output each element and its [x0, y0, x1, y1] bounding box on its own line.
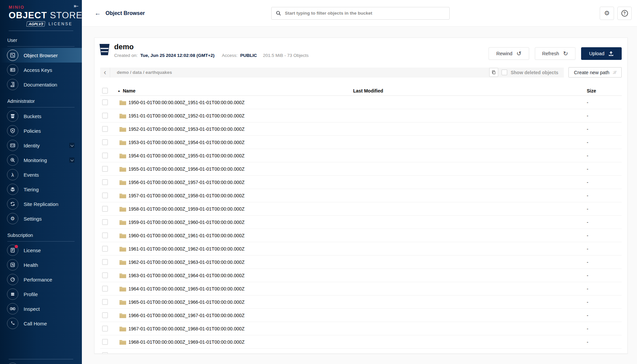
help-button[interactable]: ?: [617, 7, 632, 20]
table-row[interactable]: 1966-01-01T00:00:00.000Z_1967-01-01T00:0…: [100, 309, 622, 322]
policies-icon: [7, 125, 18, 136]
row-checkbox[interactable]: [102, 273, 108, 278]
row-checkbox[interactable]: [102, 286, 108, 291]
row-checkbox[interactable]: [102, 139, 108, 145]
row-checkbox[interactable]: [102, 219, 108, 225]
sidebar-item-site-replication[interactable]: Site Replication: [0, 197, 82, 211]
row-checkbox[interactable]: [102, 179, 108, 185]
row-checkbox[interactable]: [102, 326, 108, 331]
search-input[interactable]: [282, 7, 449, 19]
table-row[interactable]: 1961-01-01T00:00:00.000Z_1962-01-01T00:0…: [100, 242, 622, 256]
row-checkbox[interactable]: [102, 352, 108, 354]
sidebar-item-monitoring[interactable]: Monitoring: [0, 153, 82, 167]
sidebar-item-license[interactable]: License: [0, 243, 82, 258]
folder-link[interactable]: 1967-01-01T00:00:00.000Z_1968-01-01T00:0…: [114, 326, 245, 331]
folder-link[interactable]: 1953-01-01T00:00:00.000Z_1954-01-01T00:0…: [114, 140, 245, 145]
row-checkbox[interactable]: [102, 206, 108, 212]
folder-link[interactable]: 1957-01-01T00:00:00.000Z_1958-01-01T00:0…: [114, 193, 245, 198]
sidebar-item-documentation[interactable]: Documentation: [0, 77, 82, 92]
row-checkbox[interactable]: [102, 153, 108, 158]
settings-button[interactable]: ⚙: [600, 7, 614, 20]
back-arrow-icon[interactable]: ←: [95, 10, 101, 17]
upload-button[interactable]: Upload: [581, 47, 622, 60]
row-checkbox[interactable]: [102, 166, 108, 172]
chevron-down-icon[interactable]: [69, 143, 75, 148]
folder-link[interactable]: 1961-01-01T00:00:00.000Z_1962-01-01T00:0…: [114, 246, 245, 252]
sidebar-item-inspect[interactable]: Inspect: [0, 301, 82, 316]
path-back-chevron-icon[interactable]: ‹: [100, 68, 110, 78]
sidebar-item-call-home[interactable]: Call Home: [0, 316, 82, 331]
row-checkbox[interactable]: [102, 339, 108, 345]
table-row[interactable]: 1968-01-01T00:00:00.000Z_1969-01-01T00:0…: [100, 335, 622, 349]
folder-link[interactable]: 1960-01-01T00:00:00.000Z_1961-01-01T00:0…: [114, 233, 245, 238]
sidebar-item-access-keys[interactable]: Access Keys: [0, 63, 82, 77]
table-row[interactable]: 1952-01-01T00:00:00.000Z_1953-01-01T00:0…: [100, 122, 622, 136]
row-checkbox[interactable]: [102, 99, 108, 105]
row-checkbox[interactable]: [102, 299, 108, 305]
table-row[interactable]: 1965-01-01T00:00:00.000Z_1966-01-01T00:0…: [100, 295, 622, 309]
content: demo Created on: Tue, Jun 25 2024 12:02:…: [82, 27, 637, 364]
show-deleted-checkbox[interactable]: [502, 70, 507, 75]
sidebar-item-profile[interactable]: Profile: [0, 287, 82, 301]
sidebar-item-events[interactable]: λ Events: [0, 167, 82, 182]
row-checkbox[interactable]: [102, 193, 108, 198]
folder-link[interactable]: 1950-01-01T00:00:00.000Z_1951-01-01T00:0…: [114, 100, 245, 105]
table-row[interactable]: 1954-01-01T00:00:00.000Z_1955-01-01T00:0…: [100, 149, 622, 162]
table-row[interactable]: 1956-01-01T00:00:00.000Z_1957-01-01T00:0…: [100, 176, 622, 189]
row-checkbox[interactable]: [102, 312, 108, 318]
sidebar-item-tiering[interactable]: Tiering: [0, 182, 82, 197]
sidebar-item-performance[interactable]: Performance: [0, 272, 82, 287]
rewind-button[interactable]: Rewind ↺: [489, 47, 529, 60]
folder-link[interactable]: 1959-01-01T00:00:00.000Z_1960-01-01T00:0…: [114, 220, 245, 225]
create-new-path-button[interactable]: Create new path ://: [568, 67, 622, 78]
folder-link[interactable]: 1958-01-01T00:00:00.000Z_1959-01-01T00:0…: [114, 206, 245, 212]
column-name[interactable]: ▲ Name: [114, 88, 353, 93]
folder-link[interactable]: 1962-01-01T00:00:00.000Z_1963-01-01T00:0…: [114, 260, 245, 265]
sidebar-item-policies[interactable]: Policies: [0, 123, 82, 138]
table-row[interactable]: 1962-01-01T00:00:00.000Z_1963-01-01T00:0…: [100, 256, 622, 269]
folder-link[interactable]: 1951-01-01T00:00:00.000Z_1952-01-01T00:0…: [114, 113, 245, 118]
folder-link[interactable]: 1955-01-01T00:00:00.000Z_1956-01-01T00:0…: [114, 166, 245, 172]
folder-link[interactable]: 1969-01-01T00:00:00.000Z_1970-01-01T00:0…: [114, 353, 245, 354]
column-last-modified[interactable]: Last Modified: [353, 88, 587, 93]
section-label-subscription: Subscription: [0, 226, 82, 240]
row-checkbox[interactable]: [102, 113, 108, 118]
copy-path-button[interactable]: [489, 68, 498, 77]
table-row[interactable]: 1950-01-01T00:00:00.000Z_1951-01-01T00:0…: [100, 96, 622, 109]
table-row[interactable]: 1959-01-01T00:00:00.000Z_1960-01-01T00:0…: [100, 216, 622, 229]
column-size[interactable]: Size: [587, 88, 622, 93]
sidebar-collapse-icon[interactable]: ⇤: [74, 3, 79, 10]
folder-link[interactable]: 1954-01-01T00:00:00.000Z_1955-01-01T00:0…: [114, 153, 245, 158]
row-checkbox[interactable]: [102, 233, 108, 238]
folder-link[interactable]: 1952-01-01T00:00:00.000Z_1953-01-01T00:0…: [114, 126, 245, 132]
row-checkbox[interactable]: [102, 259, 108, 265]
sidebar-item-settings[interactable]: ⚙ Settings: [0, 211, 82, 226]
folder-link[interactable]: 1956-01-01T00:00:00.000Z_1957-01-01T00:0…: [114, 180, 245, 185]
sidebar-item-buckets[interactable]: Buckets: [0, 109, 82, 123]
table-row[interactable]: 1953-01-01T00:00:00.000Z_1954-01-01T00:0…: [100, 136, 622, 149]
select-all-checkbox[interactable]: [102, 88, 108, 93]
table-row[interactable]: 1951-01-01T00:00:00.000Z_1952-01-01T00:0…: [100, 109, 622, 122]
table-row[interactable]: 1967-01-01T00:00:00.000Z_1968-01-01T00:0…: [100, 322, 622, 335]
table-row[interactable]: 1955-01-01T00:00:00.000Z_1956-01-01T00:0…: [100, 162, 622, 176]
folder-link[interactable]: 1968-01-01T00:00:00.000Z_1969-01-01T00:0…: [114, 339, 245, 345]
chevron-down-icon[interactable]: [69, 157, 75, 163]
folder-link[interactable]: 1963-01-01T00:00:00.000Z_1964-01-01T00:0…: [114, 273, 245, 278]
row-checkbox[interactable]: [102, 126, 108, 132]
table-row[interactable]: 1969-01-01T00:00:00.000Z_1970-01-01T00:0…: [100, 349, 622, 354]
table-row[interactable]: 1964-01-01T00:00:00.000Z_1965-01-01T00:0…: [100, 282, 622, 295]
row-checkbox[interactable]: [102, 246, 108, 252]
folder-link[interactable]: 1964-01-01T00:00:00.000Z_1965-01-01T00:0…: [114, 286, 245, 291]
table-row[interactable]: 1957-01-01T00:00:00.000Z_1958-01-01T00:0…: [100, 189, 622, 202]
sidebar-item-health[interactable]: Health: [0, 258, 82, 272]
sidebar-item-object-browser[interactable]: Object Browser: [0, 48, 82, 63]
table-row[interactable]: 1958-01-01T00:00:00.000Z_1959-01-01T00:0…: [100, 202, 622, 216]
sort-ascending-icon[interactable]: ▲: [117, 89, 120, 92]
table-row[interactable]: 1963-01-01T00:00:00.000Z_1964-01-01T00:0…: [100, 269, 622, 282]
folder-link[interactable]: 1965-01-01T00:00:00.000Z_1966-01-01T00:0…: [114, 299, 245, 305]
table-row[interactable]: 1960-01-01T00:00:00.000Z_1961-01-01T00:0…: [100, 229, 622, 242]
sidebar-item-identity[interactable]: Identity: [0, 138, 82, 153]
refresh-button[interactable]: Refresh ↻: [535, 47, 575, 60]
divider: [7, 107, 75, 107]
folder-link[interactable]: 1966-01-01T00:00:00.000Z_1967-01-01T00:0…: [114, 313, 245, 318]
